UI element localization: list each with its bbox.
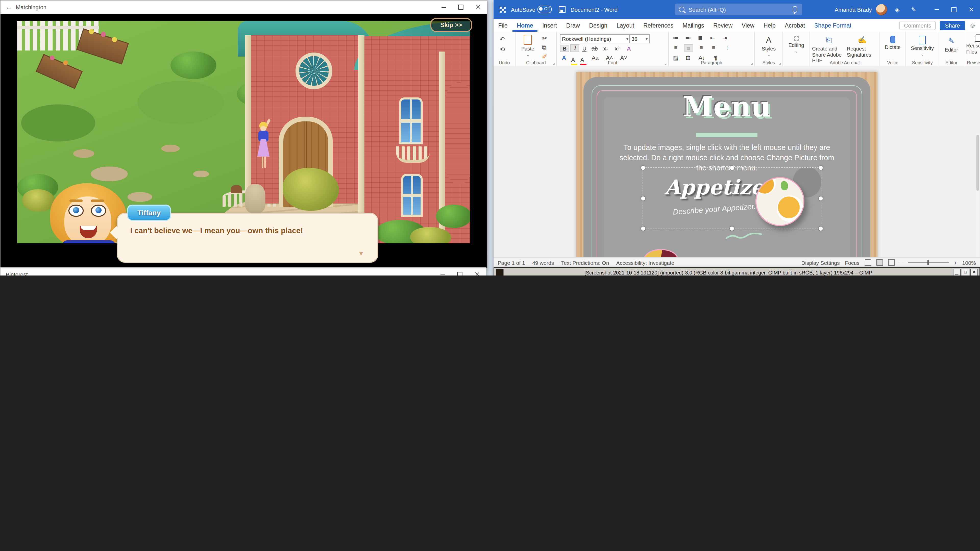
menu-title[interactable]: Menu [576, 90, 877, 123]
strikethrough-button[interactable]: ab [590, 45, 600, 51]
text-predictions[interactable]: Text Predictions: On [561, 259, 609, 265]
accessibility-status[interactable]: Accessibility: Investigate [616, 259, 675, 265]
zoom-out-button[interactable]: − [900, 259, 903, 265]
format-painter-button[interactable]: ✐ [542, 53, 547, 60]
zoom-slider[interactable] [908, 262, 949, 263]
document-page[interactable]: Menu To update images, single click with… [576, 72, 877, 257]
mansion-turret [445, 82, 470, 184]
sensitivity-button[interactable]: Sensitivity⌄ [908, 36, 937, 57]
pen-mode-icon[interactable]: ✎ [907, 6, 920, 13]
undo-button[interactable]: ↶ [500, 36, 505, 43]
editing-button[interactable]: Editing⌄ [786, 36, 807, 54]
word-minimize-button[interactable] [928, 0, 945, 19]
appetizer-photo[interactable] [756, 177, 804, 226]
align-left-button[interactable]: ≡ [672, 44, 680, 52]
tab-design[interactable]: Design [584, 19, 612, 32]
editor-button[interactable]: ✎Editor [941, 36, 962, 52]
dialog-next-icon[interactable]: ▼ [358, 249, 364, 257]
game-scene[interactable] [18, 21, 470, 243]
back-arrow-icon[interactable]: ← [6, 3, 12, 11]
autosave-toggle[interactable]: Off [537, 6, 552, 13]
word-count[interactable]: 49 words [532, 259, 554, 265]
decrease-indent-button[interactable]: ⇤ [708, 35, 717, 41]
request-signatures-button[interactable]: ✍Request Signatures [847, 35, 877, 58]
save-icon[interactable] [558, 6, 565, 13]
word-titlebar: AutoSave Off Document2 - Word Search (Al… [493, 0, 980, 19]
styles-button[interactable]: A Styles⌄ [758, 36, 780, 57]
tab-mailings[interactable]: Mailings [678, 19, 709, 32]
account-area[interactable]: Amanda Brady ◈ ✎ [835, 0, 920, 19]
game-maximize-button[interactable] [452, 0, 469, 14]
web-layout-icon[interactable] [888, 259, 895, 266]
gem-icon[interactable]: ◈ [891, 6, 904, 13]
copy-button[interactable]: ⧉ [542, 44, 546, 51]
app-launcher-icon[interactable] [500, 6, 506, 13]
tab-draw[interactable]: Draw [562, 19, 585, 32]
paste-button[interactable]: Paste⌄ [519, 35, 537, 57]
tab-shape-format[interactable]: Shape Format [810, 19, 856, 32]
increase-indent-button[interactable]: ⇥ [721, 35, 729, 41]
multilevel-list-button[interactable]: ≣ [696, 35, 704, 41]
read-mode-icon[interactable] [865, 259, 871, 266]
gimp-maximize-button[interactable]: □ [962, 268, 969, 275]
game-minimize-button[interactable] [435, 0, 452, 14]
reuse-files-button[interactable]: Reuse Files [966, 35, 980, 55]
cut-button[interactable]: ✂ [542, 35, 547, 42]
search-box[interactable]: Search (Alt+Q) [675, 3, 802, 15]
tab-view[interactable]: View [737, 19, 759, 32]
pinterest-maximize-button[interactable] [451, 268, 469, 275]
comments-button[interactable]: Comments [899, 21, 935, 30]
print-layout-icon[interactable] [877, 259, 883, 266]
ribbon-collapse-icon[interactable]: ⌄ [973, 59, 977, 64]
game-close-button[interactable] [469, 0, 487, 14]
font-name-combo[interactable]: Rockwell (Headings)▾ [560, 34, 630, 43]
phonetic-guide-button[interactable]: A [623, 45, 635, 51]
word-vertical-scrollbar[interactable] [976, 134, 980, 257]
tab-references[interactable]: References [639, 19, 678, 32]
zoom-in-button[interactable]: + [954, 259, 957, 265]
grow-font-button[interactable]: A˄ [604, 55, 615, 61]
word-close-button[interactable] [963, 0, 980, 19]
italic-button[interactable]: I [570, 44, 579, 52]
zoom-level[interactable]: 100% [962, 259, 976, 265]
pinterest-close-button[interactable] [469, 268, 486, 275]
tab-review[interactable]: Review [709, 19, 737, 32]
search-mic-icon[interactable] [793, 6, 797, 13]
appetizer-caption[interactable]: Describe your Appetizer. [673, 202, 756, 216]
display-settings[interactable]: Display Settings [801, 259, 840, 265]
text-effects-button[interactable]: A [560, 55, 568, 61]
create-share-pdf-button[interactable]: ⎗Create and Share Adobe PDF [812, 35, 846, 64]
tab-home[interactable]: Home [512, 19, 538, 32]
tab-help[interactable]: Help [759, 19, 780, 32]
numbering-button[interactable]: ≕ [684, 35, 692, 41]
tab-file[interactable]: File [493, 19, 512, 32]
justify-button[interactable]: ≡ [710, 44, 718, 52]
bold-button[interactable]: B [560, 44, 569, 52]
tab-insert[interactable]: Insert [538, 19, 562, 32]
redo-button[interactable]: ⟲ [500, 46, 505, 53]
bullets-button[interactable]: ≔ [672, 35, 680, 41]
word-maximize-button[interactable] [945, 0, 963, 19]
change-case-button[interactable]: Aa [590, 55, 601, 61]
gimp-minimize-button[interactable]: ▁ [953, 268, 961, 275]
line-spacing-button[interactable]: ↕ [722, 44, 734, 52]
tab-acrobat[interactable]: Acrobat [780, 19, 810, 32]
align-center-button[interactable]: ≡ [684, 44, 693, 52]
skip-button[interactable]: Skip >> [430, 18, 472, 32]
align-right-button[interactable]: ≡ [697, 44, 705, 52]
avatar[interactable] [876, 4, 887, 15]
shrink-font-button[interactable]: A˅ [618, 55, 629, 61]
pinterest-minimize-button[interactable] [434, 268, 451, 275]
subscript-button[interactable]: x₂ [601, 45, 611, 51]
gimp-close-button[interactable]: ✕ [970, 268, 978, 275]
page-indicator[interactable]: Page 1 of 1 [498, 259, 525, 265]
superscript-button[interactable]: x² [612, 45, 622, 51]
share-button[interactable]: Share [940, 21, 965, 30]
focus-mode[interactable]: Focus [845, 259, 859, 265]
dictate-button[interactable]: Dictate [882, 36, 904, 50]
feedback-smiley-icon[interactable]: ☺ [969, 21, 976, 29]
underline-button[interactable]: U [580, 45, 589, 51]
word-document-area[interactable]: Menu To update images, single click with… [493, 66, 980, 257]
font-size-combo[interactable]: 36▾ [629, 34, 650, 43]
tab-layout[interactable]: Layout [612, 19, 639, 32]
